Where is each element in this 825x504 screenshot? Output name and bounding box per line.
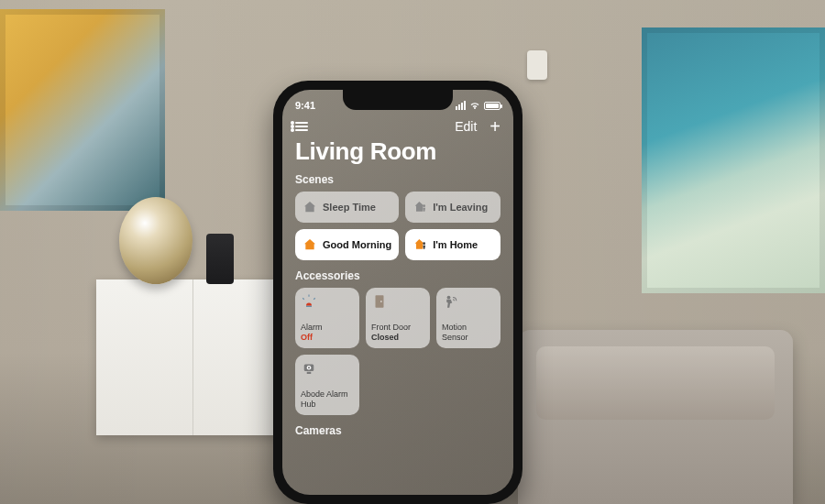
sofa xyxy=(518,330,793,504)
wall-motion-sensor xyxy=(527,50,547,80)
scene-im-leaving[interactable]: I'm Leaving xyxy=(405,192,500,223)
accessory-name: Abode Alarm Hub xyxy=(301,389,354,410)
camera-icon xyxy=(301,360,317,377)
scene-im-home[interactable]: I'm Home xyxy=(405,229,500,260)
svg-point-0 xyxy=(423,204,425,207)
accessory-name: Alarm xyxy=(301,323,354,333)
accessory-abode-hub[interactable]: Abode Alarm Hub xyxy=(295,355,359,415)
scene-label: Sleep Time xyxy=(323,202,376,213)
scene-label: Good Morning xyxy=(323,239,391,250)
edit-button[interactable]: Edit xyxy=(455,119,477,134)
phone-screen: 9:41 Edit + Living Room Scenes xyxy=(282,90,513,495)
scene-label: I'm Leaving xyxy=(433,202,488,213)
house-icon xyxy=(302,200,317,214)
section-accessories-label: Accessories xyxy=(282,269,513,288)
section-scenes-label: Scenes xyxy=(282,173,513,192)
scene-sleep-time[interactable]: Sleep Time xyxy=(295,192,399,223)
house-person-icon xyxy=(412,200,427,214)
phone-frame: 9:41 Edit + Living Room Scenes xyxy=(273,81,522,504)
status-time: 9:41 xyxy=(295,100,315,111)
svg-rect-2 xyxy=(376,295,384,308)
vase xyxy=(119,197,192,284)
motion-icon xyxy=(442,293,458,310)
accessory-status: Closed xyxy=(371,333,424,343)
add-button[interactable]: + xyxy=(490,120,500,133)
phone-notch xyxy=(343,90,453,110)
rooms-list-button[interactable] xyxy=(295,122,308,131)
accessory-name: Motion Sensor xyxy=(442,323,495,343)
house-person-icon xyxy=(412,237,427,252)
scene-label: I'm Home xyxy=(433,239,478,250)
accessory-alarm[interactable]: Alarm Off xyxy=(295,288,359,348)
door-icon xyxy=(371,293,388,310)
svg-rect-8 xyxy=(307,372,312,374)
scenes-grid: Sleep Time I'm Leaving Good Morning I'm … xyxy=(282,192,513,269)
house-icon xyxy=(302,237,317,252)
svg-point-7 xyxy=(308,367,310,368)
wifi-icon xyxy=(469,101,480,110)
siren-icon xyxy=(301,293,317,310)
wall-art-left xyxy=(0,9,165,211)
accessory-motion-sensor[interactable]: Motion Sensor xyxy=(436,288,500,348)
svg-point-3 xyxy=(380,301,382,302)
svg-point-4 xyxy=(447,296,451,300)
section-cameras-label: Cameras xyxy=(282,424,513,443)
cabinet xyxy=(96,279,289,435)
accessory-name: Front Door xyxy=(371,323,424,333)
accessory-front-door[interactable]: Front Door Closed xyxy=(366,288,430,348)
svg-point-1 xyxy=(423,242,425,245)
accessory-status: Off xyxy=(301,333,354,343)
battery-icon xyxy=(484,102,500,110)
scene-good-morning[interactable]: Good Morning xyxy=(295,229,399,260)
page-title: Living Room xyxy=(282,136,513,173)
accessories-grid: Alarm Off Front Door Closed xyxy=(282,288,513,424)
cellular-icon xyxy=(456,101,466,110)
smart-hub-device xyxy=(206,234,234,284)
wall-art-right xyxy=(642,27,825,293)
